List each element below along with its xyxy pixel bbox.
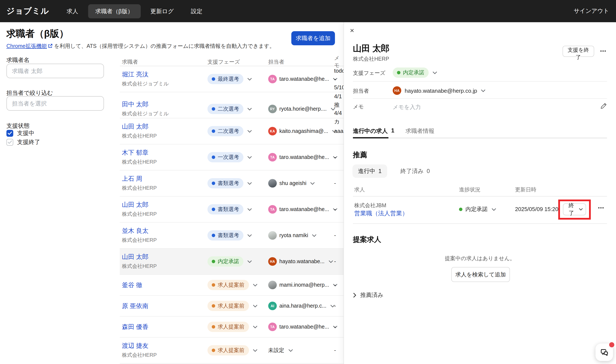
chat-launcher-button[interactable] (595, 343, 613, 361)
assignee-email: shu ageishi (279, 180, 306, 186)
table-row[interactable]: 木下 郁章株式会社HERP一次選考TAtaro.watanabe@he...- (120, 144, 344, 170)
chevron-down-icon[interactable] (247, 182, 252, 185)
panel-tab[interactable]: 求職者情報 (406, 127, 434, 135)
support-status-option[interactable]: 支援終了 (6, 138, 40, 146)
phase-badge[interactable]: 求人提案前 (207, 345, 249, 355)
checkbox-unchecked[interactable] (6, 139, 13, 146)
candidate-name-filter-label: 求職者名 (6, 56, 29, 64)
chevron-down-icon[interactable] (253, 325, 257, 328)
table-row[interactable]: 堀江 亮汰株式会社ジョブミル最終選考TAtaro.watanabe@he...t… (120, 66, 344, 92)
phase-cell: 二次選考 (205, 104, 266, 114)
assignee-filter-input[interactable] (6, 96, 104, 111)
table-row[interactable]: 山田 太郎株式会社HERP二次選考KAkaito.nagashima@...aa… (120, 118, 344, 144)
phase-cell: 書類選考 (205, 230, 266, 241)
candidate-name-link[interactable]: 山田 太郎 (122, 123, 149, 131)
recommendation-status[interactable]: 内定承諾 (459, 206, 496, 213)
table-row[interactable]: 釜谷 徹求人提案前mami.inoma@herp...- (120, 275, 344, 296)
avatar: TA (268, 153, 277, 161)
chevron-down-icon[interactable] (247, 130, 252, 133)
active-tab-underline (353, 137, 388, 138)
candidate-name-link[interactable]: 木下 郁章 (122, 149, 149, 157)
signout-button[interactable]: サインアウト (574, 7, 609, 15)
chevron-down-icon[interactable] (433, 71, 437, 74)
candidate-name-link[interactable]: 上石 周 (122, 175, 142, 183)
chevron-down-icon[interactable] (247, 260, 252, 263)
table-row[interactable]: 山田 太郎株式会社HERP書類選考TAtaro.watanabe@he...- (120, 196, 344, 222)
chevron-down-icon[interactable] (310, 182, 315, 185)
candidate-name-link[interactable]: 堀江 亮汰 (122, 70, 149, 78)
proposals-heading: 提案求人 (353, 235, 381, 244)
candidate-name-link[interactable]: 釜谷 徹 (122, 281, 142, 289)
phase-badge[interactable]: 内定承諾 (393, 67, 429, 78)
phase-badge[interactable]: 求人提案前 (207, 322, 249, 332)
chevron-down-icon[interactable] (492, 208, 496, 211)
close-icon[interactable]: × (350, 26, 354, 35)
phase-badge[interactable]: 書類選考 (207, 230, 243, 241)
phase-badge[interactable]: 内定承諾 (207, 256, 243, 267)
chevron-down-icon[interactable] (253, 304, 257, 307)
candidate-name-filter-input[interactable] (6, 64, 104, 78)
chevron-down-icon[interactable] (247, 234, 252, 237)
detail-menu-icon[interactable]: ••• (600, 48, 606, 53)
phase-cell: 最終選考 (205, 74, 266, 84)
candidate-name-link[interactable]: 森田 優香 (122, 323, 149, 331)
phase-badge[interactable]: 最終選考 (207, 74, 243, 84)
phase-badge[interactable]: 二次選考 (207, 104, 243, 114)
candidate-company: 株式会社ジョブミル (122, 110, 205, 117)
recommendation-subtab[interactable]: 終了済み0 (395, 165, 436, 178)
search-jobs-button[interactable]: 求人を検索して追加 (451, 267, 510, 282)
memo-input[interactable]: メモを入力 (393, 104, 421, 111)
candidate-name-link[interactable]: 並木 良太 (122, 227, 149, 235)
end-support-button[interactable]: 支援を終了 (562, 46, 594, 57)
candidate-name-link[interactable]: 原 亜依南 (122, 302, 149, 310)
support-status-option[interactable]: 支援中 (6, 129, 34, 138)
candidate-name-link[interactable]: 山田 太郎 (122, 253, 149, 261)
assignee-cell: 未設定 (266, 347, 332, 354)
chevron-down-icon[interactable] (247, 208, 252, 211)
memo-cell: - (332, 205, 344, 214)
chevron-down-icon[interactable] (253, 349, 257, 352)
candidate-cell: 山田 太郎株式会社HERP (120, 201, 205, 218)
chevron-down-icon[interactable] (288, 349, 293, 352)
table-row[interactable]: 山田 太郎株式会社HERP内定承諾HAhayato.watanabe...- (120, 249, 344, 275)
phase-badge[interactable]: 求人提案前 (207, 301, 249, 311)
add-candidate-button[interactable]: 求職者を追加 (291, 31, 335, 45)
table-row[interactable]: 渡辺 捷友株式会社HERP求人提案前未設定- (120, 338, 344, 364)
table-row[interactable]: 並木 良太株式会社HERP書類選考ryota namiki- (120, 222, 344, 249)
chevron-down-icon[interactable] (312, 234, 317, 237)
recommendation-job-link[interactable]: 営業職（法人営業） (354, 210, 408, 218)
recommended-collapse-row[interactable]: 推薦済み (353, 291, 383, 299)
phase-badge[interactable]: 二次選考 (207, 126, 243, 136)
assignee-cell: KAkaito.nagashima@... (266, 127, 332, 135)
candidate-name-link[interactable]: 渡辺 捷友 (122, 342, 149, 350)
candidate-company: 株式会社HERP (122, 132, 205, 140)
recommendation-menu-icon[interactable]: ••• (598, 205, 604, 210)
divider (353, 81, 607, 82)
chevron-down-icon[interactable] (247, 107, 252, 110)
nav-item[interactable]: 求職者（β版） (88, 4, 140, 18)
nav-item[interactable]: 求人 (59, 4, 85, 18)
checkbox-checked[interactable] (6, 130, 13, 137)
chevron-down-icon[interactable] (253, 284, 257, 286)
nav-item[interactable]: 設定 (183, 4, 210, 18)
chevron-down-icon[interactable] (247, 156, 252, 159)
candidate-cell: 山田 太郎株式会社HERP (120, 123, 205, 140)
candidate-name-link[interactable]: 田中 太郎 (122, 100, 149, 108)
panel-tab[interactable]: 進行中の求人1 (353, 127, 394, 135)
table-row[interactable]: 田中 太郎株式会社ジョブミル二次選考RYryota.horie@herp....… (120, 92, 344, 118)
chevron-down-icon[interactable] (247, 78, 252, 80)
table-row[interactable]: 森田 優香求人提案前TAtaro.watanabe@he...- (120, 317, 344, 338)
chrome-extension-link[interactable]: Chrome拡張機能 (6, 43, 47, 50)
recommendation-subtab[interactable]: 進行中1 (353, 165, 387, 178)
table-row[interactable]: 上石 周株式会社HERP書類選考shu ageishi- (120, 170, 344, 196)
phase-badge[interactable]: 書類選考 (207, 204, 243, 214)
chevron-down-icon[interactable] (481, 89, 486, 92)
candidate-name-link[interactable]: 山田 太郎 (122, 201, 149, 209)
phase-badge[interactable]: 求人提案前 (207, 280, 249, 290)
recommendation-end-button[interactable]: 終了 (563, 203, 586, 215)
nav-item[interactable]: 更新ログ (143, 4, 181, 18)
phase-badge[interactable]: 一次選考 (207, 152, 243, 162)
table-row[interactable]: 原 亜依南求人提案前AIaina.hara@herp.c...- (120, 296, 344, 317)
edit-pencil-icon[interactable] (601, 103, 607, 111)
phase-badge[interactable]: 書類選考 (207, 178, 243, 188)
